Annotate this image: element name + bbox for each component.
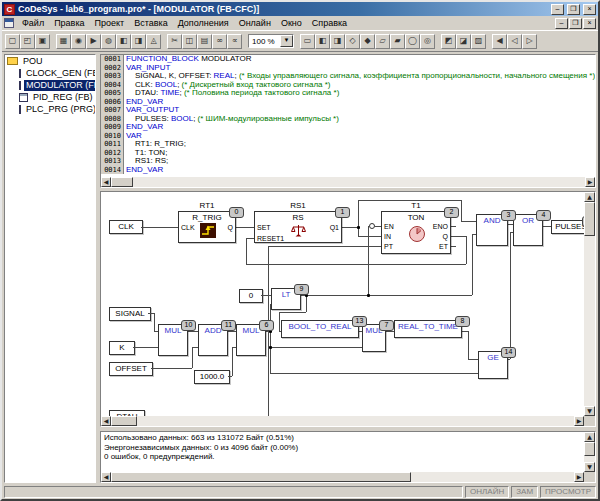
input-port-signal[interactable]: SIGNAL [109, 307, 151, 321]
cfc-hscrollbar[interactable]: ◀▶ [101, 416, 584, 426]
tree-item-pid_reg[interactable]: PID_REG (FB) [5, 91, 95, 103]
compile-button[interactable]: ▦ [56, 34, 71, 49]
cfc-block-rt1[interactable]: R_TRIGCLKQ [178, 211, 236, 243]
pou-tree[interactable]: POUCLOCK_GEN (FB)MODULATOR (FB)PID_REG (… [4, 54, 96, 483]
wire-segment [279, 312, 280, 331]
paste-button[interactable]: ▤ [197, 34, 212, 49]
cfc-comment-button[interactable]: ▰ [390, 34, 405, 49]
find-button[interactable]: ∞ [212, 34, 227, 49]
input-port-k[interactable]: K [109, 341, 135, 355]
menu-item-Онлайн[interactable]: Онлайн [234, 18, 276, 28]
constant-value[interactable]: 0 [239, 289, 263, 303]
login-button[interactable]: ◧ [116, 34, 131, 49]
cfc-chart-editor[interactable]: CLKSIGNALKOFFSETDTAUPULSES501000.0R_TRIG… [100, 191, 596, 427]
chevron-down-icon[interactable]: ▼ [280, 35, 293, 47]
wire-segment [358, 200, 359, 227]
child-restore-button[interactable]: ❐ [569, 18, 582, 29]
scroll-right-icon[interactable]: ▶ [585, 177, 595, 187]
execution-order-badge: 11 [221, 320, 236, 331]
scroll-up-icon[interactable]: ▲ [584, 432, 595, 442]
run-button[interactable]: ▶ [86, 34, 101, 49]
restore-button[interactable]: ❐ [567, 4, 580, 15]
scroll-right-icon[interactable]: ▶ [574, 416, 584, 426]
open-button[interactable]: ◰ [20, 34, 35, 49]
scroll-thumb[interactable] [584, 202, 595, 236]
cfc-block-t1[interactable]: TONENINPTENOQET [381, 211, 451, 254]
save-button[interactable]: ▣ [35, 34, 50, 49]
scroll-left-icon[interactable]: ◀ [101, 416, 111, 426]
scroll-right-icon[interactable]: ▶ [574, 472, 584, 482]
declaration-hscrollbar[interactable]: ◀▶ [101, 177, 595, 187]
cut-button[interactable]: ✂ [167, 34, 182, 49]
cfc-block-real_to_time[interactable]: REAL_TO_TIME [394, 320, 462, 338]
copy-button[interactable]: ◫ [182, 34, 197, 49]
menu-item-Файл[interactable]: Файл [17, 18, 49, 28]
function-block-icon [19, 81, 21, 90]
message-hscrollbar[interactable]: ◀▶ [101, 472, 584, 482]
zoom-combobox[interactable]: 100 % ▼ [248, 34, 294, 48]
menu-item-Вставка[interactable]: Вставка [129, 18, 172, 28]
document-icon[interactable] [4, 18, 14, 28]
wire-segment [246, 238, 247, 264]
cfc-en-eno-button[interactable]: ▨ [471, 34, 486, 49]
menu-item-Дополнения[interactable]: Дополнения [173, 18, 234, 28]
tree-item-plc_prg[interactable]: PLC_PRG (PRG) [5, 103, 95, 115]
constant-value[interactable]: 1000.0 [194, 370, 230, 384]
scroll-down-icon[interactable]: ▼ [584, 462, 595, 472]
line-number: 0007 [101, 106, 124, 115]
execution-order-badge: 0 [229, 207, 244, 218]
cfc-input-button[interactable]: ◧ [315, 34, 330, 49]
menu-item-Окно[interactable]: Окно [276, 18, 307, 28]
input-port-offset[interactable]: OFFSET [109, 362, 153, 376]
stop-button[interactable]: ◉ [71, 34, 86, 49]
function-block-icon [19, 105, 21, 114]
tree-root-pou[interactable]: POU [5, 55, 95, 67]
scroll-left-icon[interactable]: ◀ [101, 472, 111, 482]
tree-item-modulator[interactable]: MODULATOR (FB) [5, 79, 95, 91]
cfc-negate-button[interactable]: ◩ [441, 34, 456, 49]
cfc-jump-button[interactable]: ◇ [345, 34, 360, 49]
cfc-connection-out-button[interactable]: ◎ [420, 34, 435, 49]
nav-next-button[interactable]: ▷ [522, 34, 537, 49]
logout-button[interactable]: ◨ [131, 34, 146, 49]
menu-item-Проект[interactable]: Проект [90, 18, 130, 28]
tree-item-label: PLC_PRG (PRG) [24, 104, 96, 115]
child-minimize-button[interactable]: – [555, 18, 568, 29]
nav-prev-button[interactable]: ◁ [507, 34, 522, 49]
tree-item-clock_gen[interactable]: CLOCK_GEN (FB) [5, 67, 95, 79]
find-next-button[interactable]: ∝ [227, 34, 242, 49]
scroll-thumb[interactable] [584, 442, 595, 456]
code-segment: MODULATOR [199, 55, 252, 63]
minimize-button[interactable]: – [551, 4, 564, 15]
cfc-block-rs1[interactable]: RSSETRESET1Q1 [254, 211, 342, 243]
new-button[interactable]: ▢ [5, 34, 20, 49]
cfc-label-button[interactable]: ◆ [360, 34, 375, 49]
breakpoint-button[interactable]: ◍ [101, 34, 116, 49]
message-window[interactable]: Использовано данных: 663 из 131072 Байт … [100, 431, 596, 483]
child-close-button[interactable]: × [583, 18, 596, 29]
scroll-down-icon[interactable]: ▼ [584, 406, 595, 416]
cfc-set-reset-button[interactable]: ◪ [456, 34, 471, 49]
scroll-thumb[interactable] [111, 177, 133, 187]
pin-eno: ENO [433, 223, 448, 230]
menu-item-Справка[interactable]: Справка [307, 18, 352, 28]
cfc-connection-in-button[interactable]: ◯ [405, 34, 420, 49]
menu-item-Правка[interactable]: Правка [49, 18, 89, 28]
declaration-editor[interactable]: 0001FUNCTION_BLOCK MODULATOR0002VAR_INPU… [100, 54, 596, 188]
cfc-vscrollbar[interactable]: ▲▼ [584, 192, 595, 416]
scroll-thumb[interactable] [111, 472, 411, 482]
watch-button[interactable]: ◬ [146, 34, 161, 49]
input-port-clk[interactable]: CLK [109, 220, 143, 234]
cfc-box-button[interactable]: ▭ [300, 34, 315, 49]
cfc-return-button[interactable]: ▱ [375, 34, 390, 49]
output-port-pulses[interactable]: PULSES [551, 220, 584, 234]
cfc-block-bool_to_real[interactable]: BOOL_TO_REAL [281, 320, 359, 338]
cfc-output-button[interactable]: ◨ [330, 34, 345, 49]
message-vscrollbar[interactable]: ▲▼ [584, 432, 595, 472]
nav-first-button[interactable]: ◀ [492, 34, 507, 49]
close-button[interactable]: × [583, 4, 596, 15]
scroll-up-icon[interactable]: ▲ [584, 192, 595, 202]
scroll-thumb[interactable] [111, 416, 137, 426]
wire-junction [357, 226, 360, 229]
scroll-left-icon[interactable]: ◀ [101, 177, 111, 187]
